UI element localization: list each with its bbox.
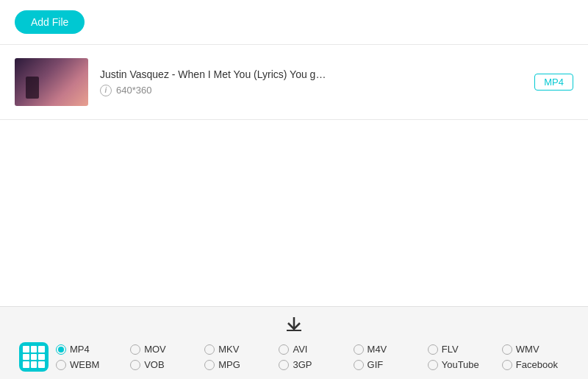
format-grid: MP4MOVMKVAVIM4VFLVWMVWEBMVOBMPG3GPGIFYou…	[0, 338, 588, 379]
radio-youtube[interactable]	[428, 360, 438, 370]
format-option-facebook[interactable]: Facebook	[502, 359, 576, 370]
info-icon[interactable]: i	[100, 85, 112, 96]
format-option-mov[interactable]: MOV	[130, 344, 204, 355]
format-label-webm: WEBM	[70, 359, 99, 370]
format-icon-col	[12, 342, 56, 372]
format-option-gif[interactable]: GIF	[354, 359, 428, 370]
radio-flv[interactable]	[428, 344, 438, 355]
file-list: Justin Vasquez - When I Met You (Lyrics)…	[0, 45, 588, 120]
format-label-mpg: MPG	[218, 359, 240, 370]
format-badge[interactable]: MP4	[534, 74, 573, 91]
format-option-3gp[interactable]: 3GP	[279, 359, 353, 370]
format-label-m4v: M4V	[368, 344, 387, 355]
grid-cell	[38, 346, 45, 353]
grid-cell	[31, 361, 37, 368]
file-name: Justin Vasquez - When I Met You (Lyrics)…	[100, 68, 523, 80]
header: Add File	[0, 0, 588, 45]
format-label-mkv: MKV	[218, 344, 239, 355]
grid-cell	[31, 354, 37, 361]
file-resolution: 640*360	[116, 85, 151, 96]
radio-webm[interactable]	[56, 360, 66, 370]
radio-mp4[interactable]	[56, 344, 66, 355]
grid-cell	[23, 354, 29, 361]
format-label-mp4: MP4	[70, 344, 90, 355]
format-option-m4v[interactable]: M4V	[354, 344, 428, 355]
format-option-mp4[interactable]: MP4	[56, 344, 130, 355]
radio-gif[interactable]	[354, 360, 364, 370]
format-label-youtube: YouTube	[442, 359, 479, 370]
radio-m4v[interactable]	[354, 344, 364, 355]
bottom-panel: MP4MOVMKVAVIM4VFLVWMVWEBMVOBMPG3GPGIFYou…	[0, 306, 588, 379]
format-label-3gp: 3GP	[293, 359, 312, 370]
format-option-wmv[interactable]: WMV	[502, 344, 576, 355]
radio-mpg[interactable]	[204, 360, 215, 370]
grid-cell	[23, 346, 29, 353]
file-thumbnail	[15, 58, 88, 106]
radio-vob[interactable]	[130, 360, 140, 370]
download-arrow-icon	[283, 313, 305, 335]
format-label-gif: GIF	[368, 359, 384, 370]
format-option-youtube[interactable]: YouTube	[428, 359, 502, 370]
main-content	[0, 120, 588, 304]
format-option-vob[interactable]: VOB	[130, 359, 204, 370]
format-label-avi: AVI	[293, 344, 307, 355]
file-meta: i 640*360	[100, 85, 523, 96]
radio-wmv[interactable]	[502, 344, 512, 355]
radio-3gp[interactable]	[279, 360, 289, 370]
grid-icon	[19, 342, 49, 372]
radio-avi[interactable]	[279, 344, 289, 355]
format-label-mov: MOV	[144, 344, 166, 355]
format-options: MP4MOVMKVAVIM4VFLVWMVWEBMVOBMPG3GPGIFYou…	[56, 342, 576, 372]
add-file-button[interactable]: Add File	[15, 10, 85, 34]
radio-facebook[interactable]	[502, 360, 512, 370]
radio-mov[interactable]	[130, 344, 140, 355]
format-option-mpg[interactable]: MPG	[204, 359, 279, 370]
file-info: Justin Vasquez - When I Met You (Lyrics)…	[100, 68, 523, 96]
grid-cell	[31, 346, 37, 353]
grid-cell	[38, 354, 45, 361]
format-option-flv[interactable]: FLV	[428, 344, 502, 355]
format-option-mkv[interactable]: MKV	[204, 344, 279, 355]
format-label-wmv: WMV	[516, 344, 539, 355]
download-arrow-area	[0, 307, 588, 338]
format-label-vob: VOB	[144, 359, 164, 370]
format-label-flv: FLV	[442, 344, 459, 355]
format-option-avi[interactable]: AVI	[279, 344, 353, 355]
grid-cell	[38, 361, 45, 368]
format-option-webm[interactable]: WEBM	[56, 359, 130, 370]
radio-mkv[interactable]	[204, 344, 215, 355]
format-label-facebook: Facebook	[516, 359, 558, 370]
grid-cell	[23, 361, 29, 368]
file-item: Justin Vasquez - When I Met You (Lyrics)…	[15, 52, 573, 112]
